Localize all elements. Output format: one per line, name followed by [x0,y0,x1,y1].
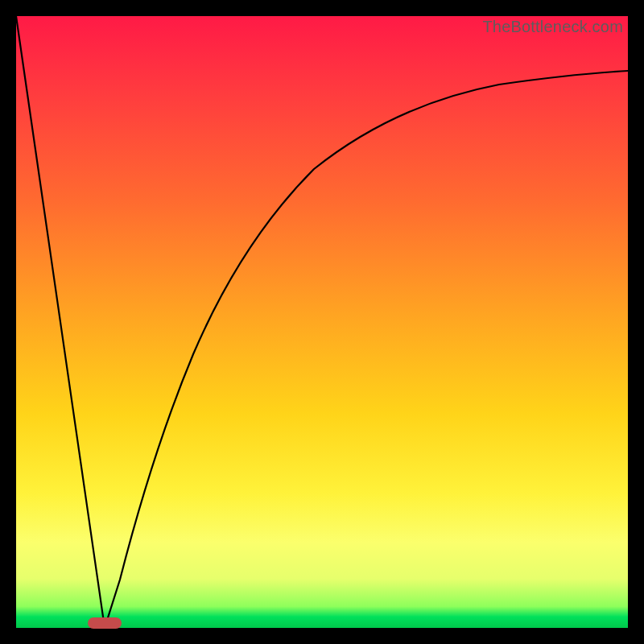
curve-left-segment [16,16,105,628]
bottleneck-curve [16,16,628,628]
optimal-range-marker [88,617,122,629]
watermark-text: TheBottleneck.com [482,18,623,36]
curve-right-segment [105,71,628,628]
plot-area: TheBottleneck.com [16,16,628,628]
chart-frame: TheBottleneck.com [0,0,644,644]
